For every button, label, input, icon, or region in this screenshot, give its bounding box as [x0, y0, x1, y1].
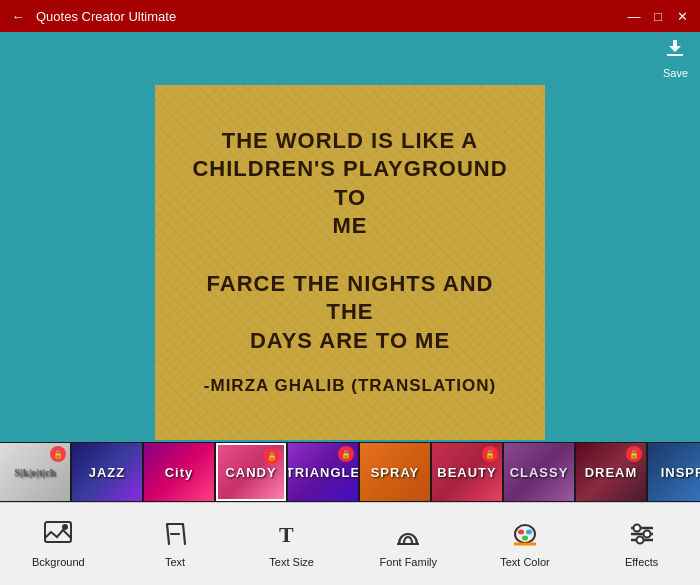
- canvas-area: THE WORLD IS LIKE A CHILDREN'S PLAYGROUN…: [0, 82, 700, 442]
- svg-text:T: T: [279, 522, 294, 547]
- text-label: Text: [165, 556, 185, 568]
- theme-bg-spray: SPRAY: [360, 443, 430, 501]
- theme-lock-triangle: 🔒: [338, 446, 354, 462]
- effects-icon: [627, 520, 657, 552]
- quote-line6: DAYS ARE TO ME: [250, 328, 450, 353]
- svg-point-2: [62, 524, 68, 530]
- theme-item-dream[interactable]: DREAM🔒: [576, 443, 646, 501]
- theme-item-spray[interactable]: SPRAY: [360, 443, 430, 501]
- theme-item-jazz[interactable]: JAZZ: [72, 443, 142, 501]
- save-button[interactable]: Save: [663, 36, 688, 79]
- quote-attribution: -MIRZA GHALIB (TRANSLATION): [185, 375, 515, 397]
- theme-item-triangle[interactable]: TRIANGLE🔒: [288, 443, 358, 501]
- background-label: Bckground: [32, 556, 85, 568]
- svg-rect-0: [667, 54, 683, 56]
- theme-bg-jazz: JAZZ: [72, 443, 142, 501]
- theme-strip: S|k|e|t|ch🔒JAZZCityCANDY🔒TRIANGLE🔒SPRAYB…: [0, 442, 700, 502]
- theme-lock-candy: 🔒: [264, 448, 280, 464]
- svg-point-14: [636, 537, 643, 544]
- text-color-label: Text Color: [500, 556, 550, 568]
- tool-text-size[interactable]: T Text Size: [242, 509, 342, 579]
- quote-canvas: THE WORLD IS LIKE A CHILDREN'S PLAYGROUN…: [155, 85, 545, 440]
- maximize-button[interactable]: □: [648, 6, 668, 26]
- theme-item-city[interactable]: City: [144, 443, 214, 501]
- quote-line1: THE WORLD IS LIKE A: [222, 128, 479, 153]
- effects-label: Effects: [625, 556, 658, 568]
- theme-bg-classy: CLASSY: [504, 443, 574, 501]
- quote-line3: ME: [333, 213, 368, 238]
- svg-point-7: [526, 530, 532, 535]
- window-controls: — □ ✕: [624, 6, 692, 26]
- theme-lock-dream: 🔒: [626, 446, 642, 462]
- background-icon: [43, 520, 73, 552]
- tool-background[interactable]: Bckground: [8, 509, 108, 579]
- font-family-label: Font Family: [380, 556, 437, 568]
- save-label: Save: [663, 67, 688, 79]
- minimize-button[interactable]: —: [624, 6, 644, 26]
- tool-text[interactable]: Text: [125, 509, 225, 579]
- theme-lock-beauty: 🔒: [482, 446, 498, 462]
- quote-text-block: THE WORLD IS LIKE A CHILDREN'S PLAYGROUN…: [155, 107, 545, 418]
- app-title: Quotes Creator Ultimate: [36, 9, 176, 24]
- theme-bg-city: City: [144, 443, 214, 501]
- svg-point-13: [643, 531, 650, 538]
- main-toolbar: Save: [0, 32, 700, 82]
- tool-font-family[interactable]: Font Family: [358, 509, 458, 579]
- svg-point-6: [518, 530, 524, 535]
- text-size-icon: T: [277, 520, 307, 552]
- theme-lock-sketch: 🔒: [50, 446, 66, 462]
- back-button[interactable]: ←: [8, 6, 28, 26]
- theme-item-beauty[interactable]: BEAUTY🔒: [432, 443, 502, 501]
- svg-point-8: [522, 536, 528, 541]
- theme-item-classy[interactable]: CLASSY: [504, 443, 574, 501]
- save-icon: [663, 36, 687, 65]
- theme-bg-inspr: INSPR: [648, 443, 700, 501]
- quote-line5: FARCE THE NIGHTS AND THE: [207, 271, 494, 325]
- text-edit-icon: [161, 520, 189, 552]
- theme-item-candy[interactable]: CANDY🔒: [216, 443, 286, 501]
- text-size-label: Text Size: [269, 556, 314, 568]
- tool-effects[interactable]: Effects: [592, 509, 692, 579]
- tool-text-color[interactable]: Text Color: [475, 509, 575, 579]
- title-bar-left: ← Quotes Creator Ultimate: [8, 6, 176, 26]
- theme-item-inspr[interactable]: INSPR: [648, 443, 700, 501]
- font-family-icon: [393, 520, 423, 552]
- bottom-toolbar: Bckground Text T Text Size Font Family: [0, 502, 700, 585]
- text-color-icon: [510, 520, 540, 552]
- quote-line2: CHILDREN'S PLAYGROUND TO: [192, 156, 507, 210]
- close-button[interactable]: ✕: [672, 6, 692, 26]
- theme-item-sketch[interactable]: S|k|e|t|ch🔒: [0, 443, 70, 501]
- title-bar: ← Quotes Creator Ultimate — □ ✕: [0, 0, 700, 32]
- svg-point-12: [633, 525, 640, 532]
